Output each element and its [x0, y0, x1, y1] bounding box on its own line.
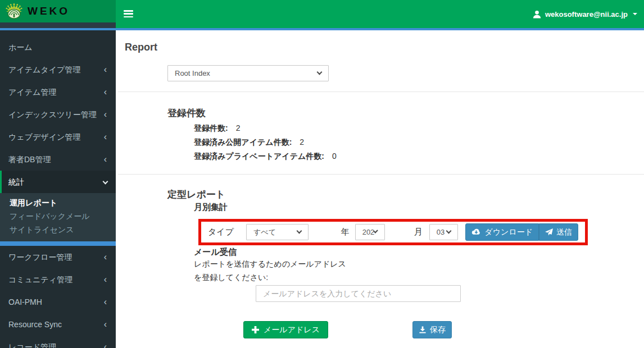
- user-menu[interactable]: wekosoftware@nii.ac.jp: [533, 0, 637, 28]
- year-select-value: 202: [362, 228, 375, 236]
- chevron-left-icon: ‹: [104, 81, 107, 103]
- submenu-item-operation-report[interactable]: 運用レポート: [0, 196, 116, 209]
- sidebar-item-label: インデックスツリー管理: [8, 110, 97, 119]
- index-select-value: Root Index: [175, 69, 210, 77]
- type-select[interactable]: すべて: [246, 224, 309, 240]
- submenu-item-feedback-mail[interactable]: フィードバックメール: [0, 209, 116, 223]
- sidebar-item-label: 統計: [8, 177, 24, 186]
- sidebar-item-webdesign-mgmt[interactable]: ウェブデザイン管理 ‹: [0, 126, 116, 148]
- sidebar-item-oai-pmh[interactable]: OAI-PMH ‹: [0, 291, 116, 313]
- download-button[interactable]: ダウンロード: [465, 223, 539, 241]
- divider: [118, 174, 644, 175]
- highlight-box: タイプ すべて 年 202 月 03 ダウンロード: [198, 219, 588, 245]
- email-input[interactable]: [256, 285, 461, 302]
- monthly-aggregation-heading: 月別集計: [194, 202, 228, 213]
- sidebar-item-home[interactable]: ホーム: [0, 36, 116, 58]
- chevron-down-icon: [374, 228, 379, 233]
- stat-row: 登録済みプライベートアイテム件数:0: [194, 152, 337, 162]
- divider: [118, 91, 644, 92]
- sidebar-item-label: Resource Sync: [8, 320, 62, 329]
- sidebar-item-label: ウェブデザイン管理: [8, 132, 80, 141]
- page-title: Report: [125, 42, 157, 53]
- sidebar-item-label: ワークフロー管理: [8, 253, 72, 262]
- chevron-left-icon: ‹: [104, 336, 107, 348]
- sidebar-item-statistics[interactable]: 統計: [0, 171, 116, 193]
- mail-description-line1: レポートを送信するためのメールアドレス: [194, 259, 346, 269]
- sidebar-item-label: コミュニティ管理: [8, 275, 72, 284]
- weko-mascot-icon: [6, 3, 22, 19]
- sidebar-toggle-button[interactable]: [124, 10, 133, 17]
- mail-description-line2: を登録してください:: [194, 273, 268, 283]
- sidebar-item-item-mgmt[interactable]: アイテム管理 ‹: [0, 81, 116, 103]
- stat-row: 登録件数:2: [194, 123, 240, 134]
- save-button-label: 保存: [430, 325, 446, 335]
- chevron-left-icon: ‹: [104, 148, 107, 171]
- chevron-left-icon: ‹: [104, 103, 107, 126]
- sidebar-item-label: アイテムタイプ管理: [8, 65, 80, 74]
- type-select-value: すべて: [253, 227, 276, 237]
- sidebar: ホーム アイテムタイプ管理 ‹ アイテム管理 ‹ インデックスツリー管理 ‹ ウ…: [0, 30, 116, 348]
- send-button-label: 送信: [556, 227, 572, 237]
- year-select[interactable]: 202: [355, 224, 385, 240]
- sidebar-item-workflow-mgmt[interactable]: ワークフロー管理 ‹: [0, 246, 116, 268]
- month-select-value: 03: [437, 228, 445, 236]
- year-label: 年: [341, 227, 350, 237]
- sidebar-item-community-mgmt[interactable]: コミュニティ管理 ‹: [0, 268, 116, 291]
- sidebar-accent-bar: [0, 241, 116, 246]
- stat-label: 登録件数:: [194, 123, 228, 132]
- sidebar-item-label: アイテム管理: [8, 88, 56, 97]
- cloud-download-icon: [471, 228, 481, 236]
- send-button[interactable]: 送信: [539, 223, 578, 241]
- chevron-left-icon: ‹: [104, 58, 107, 81]
- save-download-icon: [419, 326, 427, 333]
- sidebar-item-record-mgmt[interactable]: レコード管理 ‹: [0, 336, 116, 348]
- add-email-button[interactable]: メールアドレス: [243, 321, 328, 338]
- mail-reception-heading: メール受信: [194, 247, 237, 258]
- sidebar-item-label: OAI-PMH: [8, 297, 42, 306]
- stat-value: 2: [300, 138, 304, 146]
- sidebar-item-indextree-mgmt[interactable]: インデックスツリー管理 ‹: [0, 103, 116, 126]
- report-actions: ダウンロード 送信: [465, 223, 578, 241]
- sidebar-item-label: 著者DB管理: [8, 155, 51, 164]
- fixed-report-heading: 定型レポート: [167, 188, 225, 201]
- chevron-down-icon: [317, 70, 323, 75]
- chevron-left-icon: ‹: [104, 246, 107, 268]
- submenu-item-site-license[interactable]: サイトライセンス: [0, 223, 116, 236]
- top-navbar: wekosoftware@nii.ac.jp: [116, 0, 644, 28]
- chevron-left-icon: ‹: [104, 126, 107, 148]
- app-logo[interactable]: WEKO: [0, 0, 116, 22]
- sidebar-item-authordb-mgmt[interactable]: 著者DB管理 ‹: [0, 148, 116, 171]
- content-area: Report Root Index 登録件数 登録件数:2 登録済み公開アイテム…: [116, 30, 644, 348]
- chevron-down-icon: [103, 179, 108, 185]
- month-label: 月: [414, 227, 423, 237]
- app-name: WEKO: [28, 5, 70, 17]
- sidebar-item-resource-sync[interactable]: Resource Sync ‹: [0, 313, 116, 336]
- header-accent-line: [0, 28, 644, 30]
- stat-label: 登録済み公開アイテム件数:: [194, 138, 292, 146]
- stat-value: 2: [236, 123, 241, 132]
- chevron-left-icon: ‹: [104, 291, 107, 313]
- header-strip: [0, 22, 116, 28]
- chevron-left-icon: ‹: [104, 268, 107, 291]
- type-label: タイプ: [208, 227, 234, 237]
- stat-value: 0: [332, 152, 337, 161]
- month-select[interactable]: 03: [429, 224, 459, 240]
- index-select[interactable]: Root Index: [167, 65, 329, 81]
- chevron-down-icon: [296, 228, 302, 234]
- user-email: wekosoftware@nii.ac.jp: [545, 10, 628, 19]
- download-button-label: ダウンロード: [484, 227, 533, 237]
- save-button[interactable]: 保存: [412, 321, 452, 338]
- plus-icon: [252, 326, 259, 333]
- stat-label: 登録済みプライベートアイテム件数:: [194, 152, 324, 161]
- chevron-down-icon: [446, 228, 452, 234]
- add-email-button-label: メールアドレス: [264, 325, 320, 335]
- registration-heading: 登録件数: [167, 107, 206, 120]
- statistics-submenu: 運用レポート フィードバックメール サイトライセンス: [0, 193, 116, 241]
- sidebar-item-label: ホーム: [8, 43, 33, 52]
- caret-down-icon: [633, 13, 637, 15]
- stat-row: 登録済み公開アイテム件数:2: [194, 138, 304, 148]
- chevron-left-icon: ‹: [104, 313, 107, 336]
- user-icon: [533, 10, 541, 19]
- paper-plane-icon: [545, 228, 553, 236]
- sidebar-item-itemtype-mgmt[interactable]: アイテムタイプ管理 ‹: [0, 58, 116, 81]
